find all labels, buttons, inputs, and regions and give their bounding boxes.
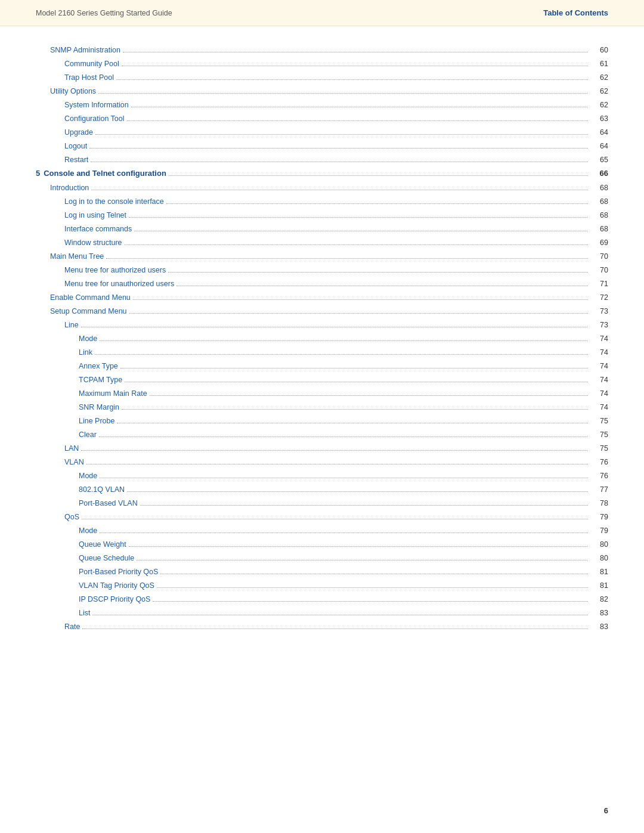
toc-page: 80 — [590, 538, 608, 550]
toc-link[interactable]: List — [79, 607, 90, 619]
toc-row: 5Console and Telnet configuration66 — [36, 168, 608, 180]
toc-row: SNR Margin74 — [36, 401, 608, 413]
toc-row: Upgrade64 — [36, 126, 608, 138]
toc-leader — [129, 546, 588, 547]
toc-row: Main Menu Tree70 — [36, 250, 608, 262]
toc-row: Annex Type74 — [36, 360, 608, 372]
toc-link[interactable]: Menu tree for unauthorized users — [64, 278, 174, 290]
toc-content: SNMP Administration60Community Pool61Tra… — [0, 26, 644, 670]
toc-row: List83 — [36, 607, 608, 619]
toc-leader — [99, 436, 588, 437]
toc-link[interactable]: Community Pool — [64, 58, 119, 70]
toc-link[interactable]: SNMP Administration — [50, 44, 120, 56]
toc-leader — [157, 587, 588, 588]
toc-page: 74 — [590, 360, 608, 372]
toc-page: 63 — [590, 113, 608, 125]
toc-link[interactable]: LAN — [64, 442, 79, 454]
toc-link[interactable]: Utility Options — [50, 85, 96, 97]
toc-link[interactable]: Port-Based VLAN — [79, 497, 138, 509]
toc-leader — [133, 299, 588, 300]
toc-link[interactable]: Mode — [79, 470, 97, 482]
toc-row: SNMP Administration60 — [36, 44, 608, 56]
toc-row: VLAN76 — [36, 456, 608, 468]
toc-link[interactable]: Menu tree for authorized users — [64, 264, 166, 276]
toc-page: 81 — [590, 580, 608, 592]
toc-row: Trap Host Pool62 — [36, 72, 608, 83]
toc-row: Mode76 — [36, 470, 608, 482]
toc-page: 65 — [590, 154, 608, 166]
toc-link[interactable]: Introduction — [50, 182, 89, 194]
toc-link[interactable]: IP DSCP Priority QoS — [79, 593, 150, 605]
toc-link[interactable]: Trap Host Pool — [64, 72, 114, 83]
toc-page: 70 — [590, 250, 608, 262]
toc-link[interactable]: Annex Type — [79, 360, 118, 372]
toc-link[interactable]: Window structure — [64, 237, 122, 249]
toc-link[interactable]: Maximum Main Rate — [79, 388, 147, 400]
toc-leader — [120, 368, 588, 368]
toc-link[interactable]: Setup Command Menu — [50, 305, 127, 317]
toc-link[interactable]: Upgrade — [64, 126, 93, 138]
toc-leader — [100, 478, 588, 478]
toc-link[interactable]: Enable Command Menu — [50, 292, 131, 304]
header-title: Model 2160 Series Getting Started Guide — [36, 9, 172, 17]
toc-link[interactable]: Clear — [79, 429, 97, 441]
toc-link[interactable]: VLAN Tag Priority QoS — [79, 580, 154, 592]
toc-page: 62 — [590, 85, 608, 97]
toc-page: 83 — [590, 607, 608, 619]
toc-page: 68 — [590, 196, 608, 208]
toc-link[interactable]: TCPAM Type — [79, 374, 122, 386]
toc-page: 75 — [590, 429, 608, 441]
toc-page: 61 — [590, 58, 608, 70]
toc-link[interactable]: VLAN — [64, 456, 84, 468]
toc-link[interactable]: Configuration Tool — [64, 113, 125, 125]
toc-page: 68 — [590, 223, 608, 235]
toc-page: 73 — [590, 319, 608, 331]
toc-link[interactable]: System Information — [64, 99, 129, 111]
toc-link[interactable]: Restart — [64, 154, 88, 166]
toc-page: 68 — [590, 209, 608, 221]
toc-page: 81 — [590, 566, 608, 578]
toc-link[interactable]: 802.1Q VLAN — [79, 484, 125, 496]
toc-link[interactable]: SNR Margin — [79, 401, 119, 413]
toc-page: 62 — [590, 72, 608, 83]
page-header: Model 2160 Series Getting Started Guide … — [0, 0, 644, 26]
toc-page: 79 — [590, 511, 608, 523]
toc-leader — [127, 491, 588, 492]
toc-row: Port-Based VLAN78 — [36, 497, 608, 509]
toc-link[interactable]: Logout — [64, 140, 87, 152]
toc-row: IP DSCP Priority QoS82 — [36, 593, 608, 605]
toc-page: 82 — [590, 593, 608, 605]
toc-page: 76 — [590, 470, 608, 482]
toc-row: Interface commands68 — [36, 223, 608, 235]
toc-row: Mode74 — [36, 333, 608, 345]
toc-link[interactable]: Line — [64, 319, 79, 331]
toc-link[interactable]: QoS — [64, 511, 79, 523]
toc-link[interactable]: Link — [79, 346, 92, 358]
toc-link[interactable]: Log in using Telnet — [64, 209, 126, 221]
toc-link[interactable]: Mode — [79, 525, 97, 537]
toc-leader — [140, 505, 588, 506]
toc-link[interactable]: Console and Telnet configuration — [44, 168, 166, 180]
toc-leader — [86, 464, 588, 465]
toc-leader — [81, 450, 588, 451]
toc-link[interactable]: Main Menu Tree — [50, 250, 104, 262]
toc-leader — [91, 190, 588, 190]
page-wrapper: Model 2160 Series Getting Started Guide … — [0, 0, 644, 833]
toc-leader — [117, 423, 588, 423]
toc-link[interactable]: Mode — [79, 333, 97, 345]
toc-page: 83 — [590, 621, 608, 633]
toc-link[interactable]: Queue Weight — [79, 538, 126, 550]
toc-leader — [169, 175, 588, 176]
toc-link[interactable]: Line Probe — [79, 415, 114, 427]
toc-leader — [89, 148, 588, 148]
toc-row: Menu tree for authorized users70 — [36, 264, 608, 276]
toc-link[interactable]: Log in to the console interface — [64, 196, 164, 208]
toc-page: 74 — [590, 401, 608, 413]
toc-page: 64 — [590, 126, 608, 138]
toc-link[interactable]: Rate — [64, 621, 80, 633]
toc-link[interactable]: Interface commands — [64, 223, 132, 235]
toc-link[interactable]: Queue Schedule — [79, 552, 134, 564]
toc-link[interactable]: Port-Based Priority QoS — [79, 566, 158, 578]
toc-row: LAN75 — [36, 442, 608, 454]
toc-row: Restart65 — [36, 154, 608, 166]
